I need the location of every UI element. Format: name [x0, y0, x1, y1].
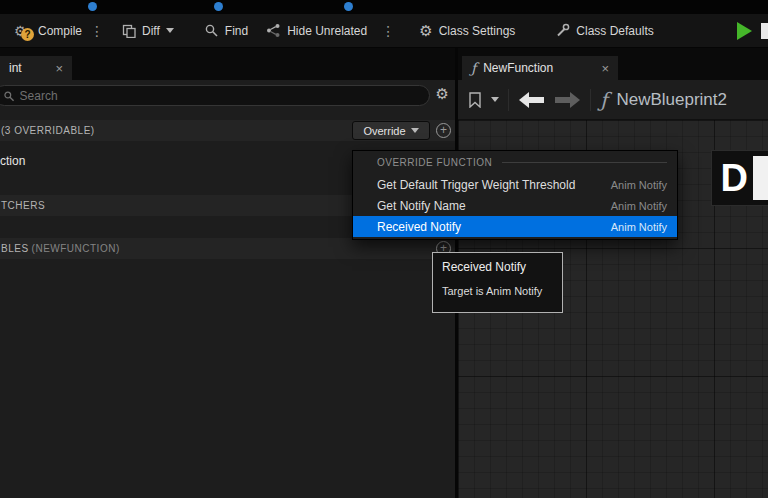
window-titlebar — [0, 0, 768, 14]
menu-item-received-notify[interactable]: Received Notify Anim Notify — [353, 216, 677, 237]
compile-button[interactable]: ⚙ ? Compile — [14, 22, 82, 40]
class-settings-label: Class Settings — [439, 24, 516, 38]
hide-unrelated-button[interactable]: Hide Unrelated — [266, 23, 367, 38]
my-blueprint-panel — [0, 80, 455, 498]
find-button[interactable]: Find — [204, 23, 248, 38]
override-button-label: Override — [363, 125, 405, 137]
navigate-back-arrow[interactable] — [518, 91, 545, 109]
asset-tab-icon — [88, 2, 97, 11]
override-function-menu: OVERRIDE FUNCTION Get Default Trigger We… — [352, 150, 678, 240]
asset-tab-icon — [344, 2, 353, 11]
find-label: Find — [225, 24, 248, 38]
close-icon[interactable]: × — [55, 62, 63, 75]
diff-button[interactable]: Diff — [122, 24, 174, 38]
gear-icon: ⚙ — [419, 23, 432, 38]
tab-newfunction-label: NewFunction — [483, 61, 553, 75]
hide-unrelated-options-menu-icon[interactable]: ⋮ — [381, 24, 395, 38]
chevron-down-icon — [411, 128, 419, 133]
compile-label: Compile — [38, 24, 82, 38]
editor-tab-strip: int × ƒ NewFunction × — [0, 48, 768, 80]
compile-status-icon: ⚙ ? — [14, 22, 32, 40]
override-dropdown-button[interactable]: Override — [352, 121, 430, 140]
class-defaults-button[interactable]: Class Defaults — [555, 23, 653, 38]
navigate-forward-arrow[interactable] — [554, 91, 581, 109]
play-button[interactable] — [735, 21, 753, 41]
hide-unrelated-icon — [266, 23, 281, 38]
compile-options-menu-icon[interactable]: ⋮ — [90, 24, 104, 38]
add-function-button[interactable]: + — [436, 123, 451, 138]
menu-section-header: OVERRIDE FUNCTION — [353, 151, 677, 174]
graph-toolbar: ƒ NewBlueprint2 — [458, 80, 768, 120]
local-variables-label: BLES — [1, 243, 29, 254]
functions-category-label: (3 OVERRIDABLE) — [1, 125, 95, 136]
diff-icon — [122, 24, 136, 38]
wrench-icon — [555, 23, 570, 38]
hide-unrelated-label: Hide Unrelated — [287, 24, 367, 38]
bookmark-icon[interactable] — [468, 92, 482, 108]
tab-my-blueprint-label: int — [9, 61, 22, 75]
node-title-fragment: D — [721, 159, 748, 197]
menu-item-category: Anim Notify — [611, 179, 667, 191]
find-icon — [204, 23, 219, 38]
local-variables-category-header[interactable]: BLES (NEWFUNCTION) — [0, 238, 455, 259]
menu-item-category: Anim Notify — [611, 200, 667, 212]
toolbar-separator — [508, 89, 509, 111]
close-icon[interactable]: × — [601, 62, 609, 75]
breadcrumb-blueprint-name[interactable]: NewBlueprint2 — [616, 90, 727, 110]
search-row: ⚙ — [0, 84, 455, 108]
function-tooltip: Received Notify Target is Anim Notify — [432, 252, 563, 313]
asset-tab-icon — [214, 2, 223, 11]
chevron-down-icon — [166, 28, 174, 33]
local-variables-suffix: (NEWFUNCTION) — [32, 243, 120, 254]
tab-my-blueprint[interactable]: int × — [0, 56, 72, 80]
blueprint-toolbar: ⚙ ? Compile ⋮ Diff Find Hide Unrelated ⋮ — [0, 14, 768, 48]
menu-section-label: OVERRIDE FUNCTION — [377, 157, 492, 168]
panel-settings-gear-icon[interactable]: ⚙ — [436, 86, 449, 101]
tooltip-target-info: Target is Anim Notify — [442, 285, 553, 297]
graph-node-fragment[interactable]: D — [711, 150, 768, 206]
menu-item-label: Received Notify — [377, 220, 461, 234]
clipped-toolbar-element — [761, 23, 768, 39]
event-dispatchers-label: TCHERS — [1, 200, 45, 211]
compile-unknown-badge: ? — [21, 28, 34, 41]
function-icon: ƒ — [471, 61, 476, 75]
menu-item-label: Get Notify Name — [377, 199, 466, 213]
tooltip-title: Received Notify — [442, 260, 553, 274]
class-settings-button[interactable]: ⚙ Class Settings — [419, 23, 515, 38]
menu-item-label: Get Default Trigger Weight Threshold — [377, 178, 575, 192]
search-icon — [3, 90, 15, 102]
tab-newfunction[interactable]: ƒ NewFunction × — [462, 56, 618, 80]
function-item-label: ction — [0, 154, 25, 168]
class-defaults-label: Class Defaults — [576, 24, 653, 38]
toolbar-separator — [590, 89, 591, 111]
menu-item-get-default-trigger-weight-threshold[interactable]: Get Default Trigger Weight Threshold Ani… — [353, 174, 677, 195]
diff-label: Diff — [142, 24, 160, 38]
function-icon: ƒ — [600, 90, 607, 110]
chevron-down-icon[interactable] — [491, 97, 499, 102]
section-divider-line — [502, 162, 667, 163]
menu-item-get-notify-name[interactable]: Get Notify Name Anim Notify — [353, 195, 677, 216]
search-input[interactable] — [20, 89, 421, 103]
node-pin-fragment — [753, 156, 768, 200]
menu-item-category: Anim Notify — [611, 221, 667, 233]
search-box[interactable] — [0, 85, 430, 106]
